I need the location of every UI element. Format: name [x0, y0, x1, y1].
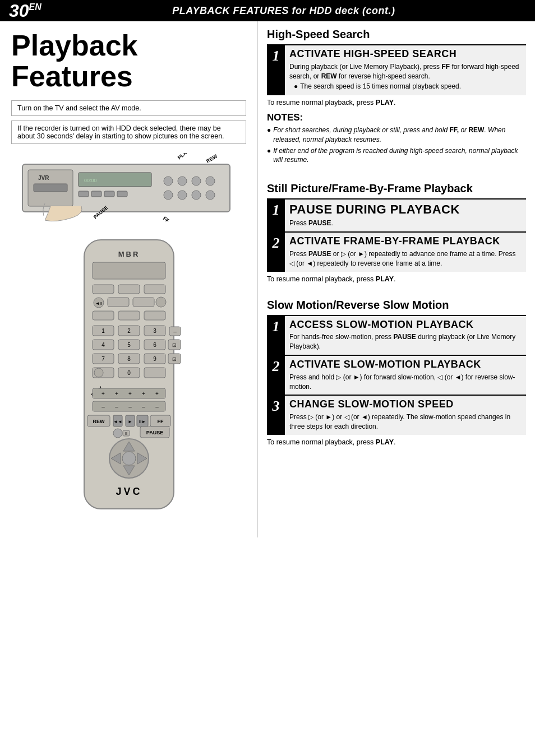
svg-rect-25: [93, 262, 165, 279]
svg-point-99: [122, 452, 136, 465]
svg-text:►: ►: [128, 419, 132, 424]
still-step2: 2 ACTIVATE FRAME-BY-FRAME PLAYBACK Press…: [267, 231, 526, 271]
svg-text:2: 2: [127, 328, 131, 334]
svg-text:–: –: [173, 328, 177, 335]
still-step1-desc: Press PAUSE.: [289, 219, 522, 228]
high-speed-heading: High-Speed Search: [267, 28, 526, 41]
step1-bullet: ●The search speed is 15 times normal pla…: [294, 82, 522, 90]
svg-text:PLAY: PLAY: [176, 153, 190, 161]
svg-text:8: 8: [127, 356, 131, 362]
slow-motion-heading: Slow Motion/Reverse Slow Motion: [267, 299, 526, 312]
still-picture-section: Still Picture/Frame-By-Frame Playback 1 …: [267, 182, 526, 282]
svg-text:II►: II►: [139, 419, 145, 424]
svg-text:9: 9: [153, 356, 156, 362]
high-speed-step1: 1 ACTIVATE HIGH-SPEED SEARCH During play…: [267, 44, 526, 95]
high-speed-search-section: High-Speed Search 1 ACTIVATE HIGH-SPEED …: [267, 28, 526, 164]
svg-rect-9: [117, 191, 127, 197]
slow-step3-content: CHANGE SLOW-MOTION SPEED Press ▷ (or ►) …: [285, 396, 526, 434]
svg-rect-64: [144, 368, 165, 378]
slow-step2-title: ACTIVATE SLOW-MOTION PLAYBACK: [289, 359, 522, 370]
svg-rect-7: [91, 191, 102, 197]
slow-motion-section: Slow Motion/Reverse Slow Motion 1 ACCESS…: [267, 299, 526, 446]
slow-step2-desc: Press and hold ▷ (or ►) for forward slow…: [289, 373, 522, 392]
svg-text:4: 4: [102, 342, 105, 348]
slow-step1: 1 ACCESS SLOW-MOTION PLAYBACK For hands-…: [267, 315, 526, 355]
svg-text:⊡: ⊡: [172, 342, 177, 348]
slow-step2: 2 ACTIVATE SLOW-MOTION PLAYBACK Press an…: [267, 355, 526, 395]
slow-step1-title: ACCESS SLOW-MOTION PLAYBACK: [289, 319, 522, 331]
svg-point-33: [156, 297, 166, 307]
notes-list: ●For short searches, during playback or …: [267, 126, 526, 164]
svg-text:FF: FF: [162, 216, 170, 224]
svg-text:+: +: [155, 391, 159, 397]
svg-rect-31: [108, 298, 129, 307]
info-box-2: If the recorder is turned on with HDD de…: [11, 120, 246, 144]
still-step2-title: ACTIVATE FRAME-BY-FRAME PLAYBACK: [289, 236, 522, 247]
svg-text:+: +: [102, 391, 105, 397]
svg-text:JVR: JVR: [38, 175, 49, 181]
svg-rect-28: [144, 285, 165, 294]
note-item-2: ●If either end of the program is reached…: [267, 146, 526, 164]
remote-control-image: MBR ◄II: [67, 237, 191, 528]
svg-point-17: [206, 191, 215, 200]
svg-point-13: [206, 177, 215, 185]
still-step2-desc: Press PAUSE or ▷ (or ►) repeatedly to ad…: [289, 249, 522, 268]
main-content: Playback Features Turn on the TV and sel…: [0, 21, 535, 537]
still-step1: 1 PAUSE DURING PLAYBACK Press PAUSE.: [267, 198, 526, 231]
svg-text:II: II: [125, 432, 127, 435]
svg-text:5: 5: [127, 342, 131, 348]
svg-rect-36: [144, 311, 165, 320]
slow-step3-number: 3: [267, 396, 285, 434]
svg-text:JVC: JVC: [116, 486, 142, 497]
svg-point-14: [164, 191, 173, 200]
still-resume: To resume normal playback, press PLAY.: [267, 275, 526, 283]
svg-point-89: [113, 429, 122, 438]
still-step1-title: PAUSE DURING PLAYBACK: [289, 203, 522, 216]
svg-rect-34: [93, 311, 114, 320]
still-step1-content: PAUSE DURING PLAYBACK Press PAUSE.: [285, 200, 526, 231]
slow-step2-number: 2: [267, 356, 285, 395]
svg-rect-8: [104, 191, 114, 197]
svg-rect-35: [118, 311, 140, 320]
svg-text:–: –: [155, 403, 159, 410]
svg-text:–: –: [128, 403, 132, 410]
slow-step3-desc: Press ▷ (or ►) or ◁ (or ◄) repeatedly. T…: [289, 412, 522, 432]
svg-rect-27: [118, 285, 140, 294]
header-title: PLAYBACK FEATURES for HDD deck (cont.): [41, 5, 526, 17]
note-item-1: ●For short searches, during playback or …: [267, 126, 526, 143]
device-images: JVR 00:00: [11, 153, 246, 528]
section-title: Playback Features: [11, 30, 246, 91]
still-picture-heading: Still Picture/Frame-By-Frame Playback: [267, 182, 526, 195]
svg-text:REW: REW: [205, 154, 219, 164]
page-number: 30EN: [9, 2, 41, 20]
svg-point-11: [178, 177, 187, 185]
svg-text:1: 1: [102, 328, 105, 334]
svg-point-15: [178, 191, 187, 200]
svg-text:3: 3: [153, 328, 156, 334]
slow-resume: To resume normal playback, press PLAY.: [267, 438, 526, 446]
svg-text:+: +: [142, 391, 145, 397]
right-column: High-Speed Search 1 ACTIVATE HIGH-SPEED …: [258, 21, 535, 537]
svg-text:◄◄: ◄◄: [113, 419, 122, 424]
slow-step1-content: ACCESS SLOW-MOTION PLAYBACK For hands-fr…: [285, 316, 526, 355]
svg-text:REW: REW: [93, 419, 105, 424]
svg-text:7: 7: [102, 356, 105, 362]
svg-text:MBR: MBR: [118, 250, 140, 258]
slow-step3: 3 CHANGE SLOW-MOTION SPEED Press ▷ (or ►…: [267, 395, 526, 434]
still-step1-number: 1: [267, 200, 285, 231]
high-speed-resume: To resume normal playback, press PLAY.: [267, 99, 526, 106]
svg-text:–: –: [102, 403, 105, 410]
svg-text:00:00: 00:00: [84, 178, 97, 183]
slow-step1-desc: For hands-free slow-motion, press PAUSE …: [289, 332, 522, 351]
svg-text:◄II: ◄II: [95, 301, 102, 306]
page-header: 30EN PLAYBACK FEATURES for HDD deck (con…: [0, 0, 535, 21]
step1-title: ACTIVATE HIGH-SPEED SEARCH: [289, 49, 522, 60]
svg-point-10: [164, 177, 173, 185]
svg-text:–: –: [115, 403, 118, 410]
svg-point-65: [94, 368, 103, 377]
svg-point-12: [192, 177, 201, 185]
still-step2-number: 2: [267, 233, 285, 271]
step1-content: ACTIVATE HIGH-SPEED SEARCH During playba…: [285, 45, 526, 95]
svg-text:+: +: [128, 391, 132, 397]
left-column: Playback Features Turn on the TV and sel…: [0, 21, 258, 537]
